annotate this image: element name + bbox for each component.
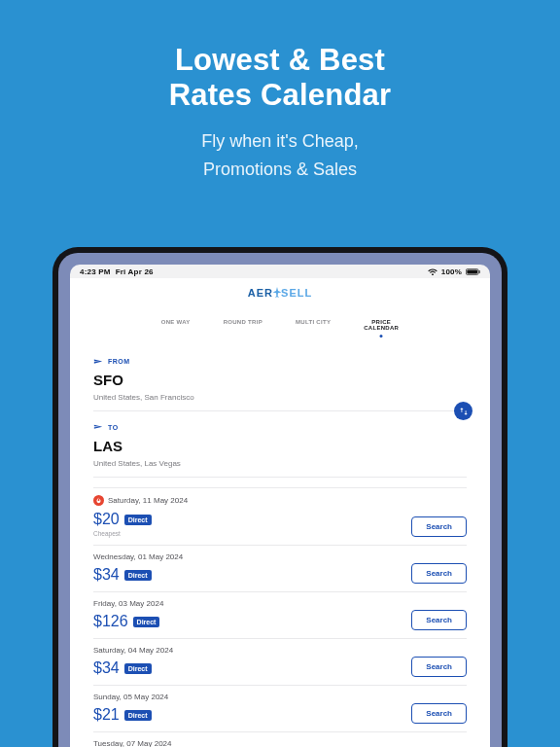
to-label-row: TO: [93, 423, 467, 432]
search-button[interactable]: Search: [411, 703, 467, 724]
result-row: Tuesday, 07 May 2024: [93, 731, 467, 747]
plane-depart-icon: [93, 357, 102, 366]
tab-multi-city-label: MULTI CITY: [296, 319, 331, 325]
result-price: $20: [93, 511, 120, 528]
tab-multi-city[interactable]: MULTI CITY: [296, 319, 331, 331]
app-body: FROM SFO United States, San Francisco: [70, 339, 490, 747]
tab-price-calendar-label2: CALENDAR: [364, 325, 399, 331]
tablet-bezel: 4:23 PM Fri Apr 26 100% AERSELL: [58, 253, 502, 747]
to-location: United States, Las Vegas: [93, 459, 467, 478]
plane-arrive-icon: [93, 423, 102, 432]
result-left: Tuesday, 07 May 2024: [93, 739, 172, 747]
result-date-line: Wednesday, 01 May 2024: [93, 552, 183, 561]
result-row: Saturday, 04 May 2024$34DirectSearch: [93, 638, 467, 685]
result-date-line: Sunday, 05 May 2024: [93, 693, 168, 701]
result-price-line: $126Direct: [93, 613, 163, 630]
wifi-icon: [428, 268, 438, 276]
result-row: Saturday, 11 May 2024$20DirectCheapestSe…: [93, 487, 467, 545]
cheapest-label: Cheapest: [93, 530, 188, 537]
to-label: TO: [108, 424, 119, 431]
result-price: $34: [93, 566, 120, 584]
tab-one-way-label: ONE WAY: [161, 319, 191, 325]
result-left: Saturday, 11 May 2024$20DirectCheapest: [93, 495, 188, 537]
result-price: $34: [93, 659, 120, 677]
result-price-line: $21Direct: [93, 706, 168, 724]
logo-part1: AER: [248, 287, 273, 299]
promo-headline: Lowest & Best Rates Calendar: [0, 0, 560, 112]
direct-badge: Direct: [124, 515, 152, 525]
headline-line2: Rates Calendar: [169, 78, 392, 112]
tab-price-calendar[interactable]: PRICE CALENDAR: [364, 319, 399, 331]
tab-one-way[interactable]: ONE WAY: [161, 319, 191, 331]
result-date: Tuesday, 07 May 2024: [93, 739, 172, 747]
result-price: $126: [93, 613, 128, 630]
result-date: Wednesday, 01 May 2024: [93, 552, 183, 561]
logo-part2: SELL: [281, 287, 312, 299]
from-code[interactable]: SFO: [93, 372, 467, 388]
result-date: Saturday, 04 May 2024: [93, 646, 173, 655]
tablet-screen: 4:23 PM Fri Apr 26 100% AERSELL: [70, 265, 490, 747]
result-left: Sunday, 05 May 2024$21Direct: [93, 693, 168, 724]
result-date: Saturday, 11 May 2024: [108, 496, 188, 505]
tablet-frame: 4:23 PM Fri Apr 26 100% AERSELL: [52, 247, 508, 747]
results-list: Saturday, 11 May 2024$20DirectCheapestSe…: [93, 487, 467, 747]
result-price-line: $34Direct: [93, 659, 173, 677]
from-location: United States, San Francisco: [93, 393, 467, 411]
svg-rect-1: [467, 270, 477, 274]
subhead-line1: Fly when it's Cheap,: [201, 131, 359, 151]
direct-badge: Direct: [124, 663, 152, 674]
result-date: Sunday, 05 May 2024: [93, 693, 168, 701]
result-date-line: Saturday, 11 May 2024: [93, 495, 188, 506]
result-row: Sunday, 05 May 2024$21DirectSearch: [93, 685, 467, 731]
promo-subhead: Fly when it's Cheap, Promotions & Sales: [0, 127, 560, 184]
result-date-line: Tuesday, 07 May 2024: [93, 739, 172, 747]
result-price-line: $34Direct: [93, 566, 183, 584]
tab-round-trip-label: ROUND TRIP: [224, 319, 262, 325]
search-button[interactable]: Search: [411, 610, 467, 630]
result-date: Friday, 03 May 2024: [93, 599, 163, 608]
search-button[interactable]: Search: [411, 563, 467, 584]
from-label-row: FROM: [93, 357, 467, 366]
direct-badge: Direct: [133, 617, 160, 627]
result-price-line: $20Direct: [93, 511, 188, 528]
result-left: Friday, 03 May 2024$126Direct: [93, 599, 163, 630]
search-button[interactable]: Search: [411, 657, 467, 677]
result-date-line: Saturday, 04 May 2024: [93, 646, 173, 655]
status-battery: 100%: [441, 267, 462, 276]
app-logo-bar: AERSELL: [70, 278, 490, 306]
result-date-line: Friday, 03 May 2024: [93, 599, 163, 608]
direct-badge: Direct: [124, 570, 152, 581]
result-row: Wednesday, 01 May 2024$34DirectSearch: [93, 545, 467, 591]
battery-icon: [466, 268, 480, 275]
status-time: 4:23 PM: [80, 267, 111, 276]
search-button[interactable]: Search: [411, 516, 467, 537]
to-code[interactable]: LAS: [93, 438, 467, 454]
svg-rect-2: [479, 270, 480, 273]
hot-deal-icon: [93, 495, 104, 506]
headline-line1: Lowest & Best: [175, 43, 385, 77]
swap-button[interactable]: [454, 402, 472, 420]
app-logo: AERSELL: [248, 287, 312, 299]
result-row: Friday, 03 May 2024$126DirectSearch: [93, 591, 467, 638]
direct-badge: Direct: [124, 710, 152, 721]
trip-tabs: ONE WAY ROUND TRIP MULTI CITY PRICE CALE…: [70, 306, 490, 339]
from-label: FROM: [108, 358, 130, 365]
subhead-line2: Promotions & Sales: [203, 160, 357, 179]
result-left: Saturday, 04 May 2024$34Direct: [93, 646, 173, 677]
status-bar: 4:23 PM Fri Apr 26 100%: [70, 265, 490, 278]
tab-round-trip[interactable]: ROUND TRIP: [224, 319, 262, 331]
status-date: Fri Apr 26: [116, 267, 154, 276]
result-price: $21: [93, 706, 120, 724]
result-left: Wednesday, 01 May 2024$34Direct: [93, 552, 183, 584]
swap-icon: [459, 403, 469, 420]
